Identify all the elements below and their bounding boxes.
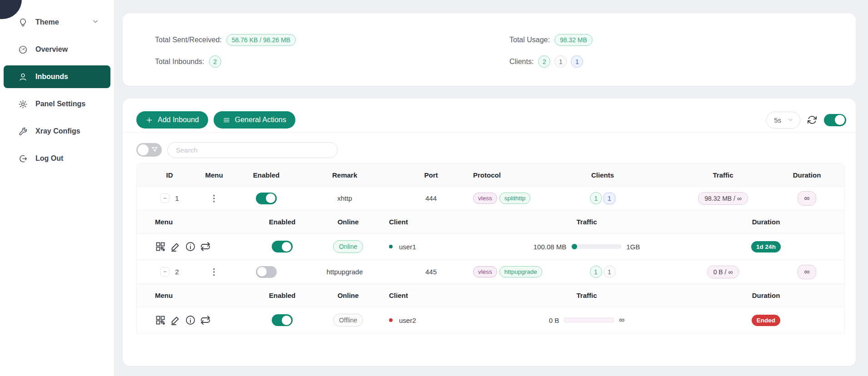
sidebar: Theme Overview Inbounds Panel Settings (0, 0, 115, 376)
inbound-remark: xhttp (300, 194, 389, 202)
clients-label: Clients: (509, 58, 534, 66)
info-icon[interactable] (185, 241, 196, 252)
client-status-dot (389, 245, 393, 248)
col-header-port: Port (389, 171, 473, 179)
client-subtable-header: Menu Enabled Online Client Traffic Durat… (137, 210, 844, 233)
inbound-duration-badge: ∞ (798, 191, 816, 206)
sidebar-item-label: Inbounds (35, 73, 68, 81)
client-duration-badge: 1d 24h (751, 241, 781, 252)
inbound-remark: httpupgrade (300, 268, 389, 276)
info-icon[interactable] (185, 315, 196, 326)
qr-code-icon[interactable] (155, 315, 166, 326)
main-content: Total Sent/Received: 58.76 KB / 98.26 MB… (115, 0, 868, 376)
inbound-port: 445 (389, 268, 473, 276)
inbounds-table: ID Menu Enabled Remark Port Protocol Cli… (136, 163, 845, 334)
protocol-tag: vless (473, 193, 497, 204)
table-header-row: ID Menu Enabled Remark Port Protocol Cli… (137, 163, 844, 187)
col-header-menu: Menu (196, 171, 232, 179)
general-actions-button[interactable]: General Actions (214, 111, 295, 129)
subcol-header-menu: Menu (137, 292, 241, 299)
sidebar-nav: Theme Overview Inbounds Panel Settings (0, 6, 114, 174)
edit-icon[interactable] (170, 315, 181, 326)
qr-code-icon[interactable] (155, 241, 166, 252)
row-menu-icon[interactable]: ⋮ (210, 267, 219, 277)
col-header-enabled: Enabled (232, 171, 300, 179)
subcol-header-traffic: Traffic (487, 218, 687, 226)
online-status-badge: Offline (333, 314, 363, 327)
sidebar-item-log-out[interactable]: Log Out (4, 147, 110, 170)
inbound-traffic-badge: 0 B / ∞ (707, 266, 739, 278)
refresh-icon[interactable] (807, 115, 817, 125)
subcol-header-traffic: Traffic (487, 292, 687, 299)
filter-toggle[interactable] (136, 143, 162, 157)
client-subtable-header: Menu Enabled Online Client Traffic Durat… (137, 284, 844, 307)
sidebar-item-label: Overview (35, 45, 68, 54)
edit-icon[interactable] (170, 241, 181, 252)
sidebar-item-label: Panel Settings (35, 100, 85, 108)
sidebar-item-inbounds[interactable]: Inbounds (4, 65, 110, 88)
transport-tag: splithttp (499, 193, 531, 204)
col-header-duration: Duration (768, 171, 845, 179)
sidebar-item-theme[interactable]: Theme (4, 11, 110, 34)
traffic-progress-bar (571, 244, 622, 249)
sidebar-item-label: Log Out (35, 154, 63, 163)
logout-icon (18, 154, 28, 163)
inbound-id: 2 (175, 268, 179, 276)
inbound-enabled-toggle[interactable] (256, 193, 277, 204)
total-usage-label: Total Usage: (509, 36, 550, 44)
add-inbound-button[interactable]: Add Inbound (136, 111, 208, 129)
traffic-progress-bar (564, 318, 614, 322)
subcol-header-enabled: Enabled (241, 218, 323, 226)
wrench-icon (18, 127, 28, 136)
total-inbounds-value: 2 (209, 55, 221, 68)
refresh-interval-select[interactable]: 5s (766, 112, 800, 129)
dashboard-icon (18, 45, 28, 54)
inbound-row: − 1 ⋮ xhttp 444 vless splithttp 1 1 98.3… (137, 187, 844, 210)
sidebar-item-overview[interactable]: Overview (4, 38, 110, 61)
subcol-header-online: Online (323, 292, 373, 299)
inbound-duration-badge: ∞ (798, 265, 816, 279)
sidebar-item-xray-configs[interactable]: Xray Configs (4, 120, 110, 143)
col-header-clients: Clients (569, 171, 637, 179)
clients-count-badge: 1 (604, 266, 616, 278)
toolbar: Add Inbound General Actions 5s (123, 99, 856, 133)
total-usage-value: 98.32 MB (554, 34, 593, 46)
funnel-icon (151, 146, 159, 153)
clients-count-badge: 1 (590, 192, 602, 204)
col-header-protocol: Protocol (473, 171, 569, 179)
protocol-tag: vless (473, 266, 497, 277)
client-enabled-toggle[interactable] (272, 241, 293, 252)
subcol-header-client: Client (373, 292, 487, 299)
col-header-id: ID (137, 171, 196, 179)
gear-icon (18, 99, 28, 109)
client-duration-badge: Ended (752, 315, 780, 326)
client-row: Online user1 100.08 MB 1GB 1d 24h (137, 233, 844, 260)
collapse-row-button[interactable]: − (160, 267, 170, 277)
col-header-traffic: Traffic (637, 171, 768, 179)
client-enabled-toggle[interactable] (272, 314, 293, 326)
sidebar-item-panel-settings[interactable]: Panel Settings (4, 93, 110, 115)
chevron-down-icon (92, 18, 99, 26)
auto-refresh-toggle[interactable] (824, 114, 846, 126)
collapse-row-button[interactable]: − (160, 193, 170, 203)
traffic-total: ∞ (619, 316, 624, 325)
bulb-icon (18, 18, 28, 27)
clients-count-badge: 1 (590, 266, 602, 278)
traffic-used: 100.08 MB (534, 243, 567, 251)
subcol-header-duration: Duration (687, 218, 845, 226)
inbound-enabled-toggle[interactable] (256, 266, 277, 278)
row-menu-icon[interactable]: ⋮ (210, 193, 219, 203)
inbound-port: 444 (389, 194, 473, 202)
menu-lines-icon (223, 116, 230, 124)
reset-traffic-icon[interactable] (200, 241, 211, 252)
subcol-header-duration: Duration (687, 292, 845, 299)
reset-traffic-icon[interactable] (200, 315, 211, 326)
sidebar-item-label: Xray Configs (35, 127, 80, 135)
total-inbounds-label: Total Inbounds: (155, 58, 205, 66)
online-status-badge: Online (333, 240, 363, 253)
inbound-row: − 2 ⋮ httpupgrade 445 vless httpupgrade … (137, 260, 844, 284)
stats-card: Total Sent/Received: 58.76 KB / 98.26 MB… (123, 13, 856, 86)
clients-count-deactive: 1 (554, 55, 567, 68)
client-row: Offline user2 0 B ∞ Ended (137, 307, 844, 334)
search-input[interactable] (167, 142, 338, 158)
